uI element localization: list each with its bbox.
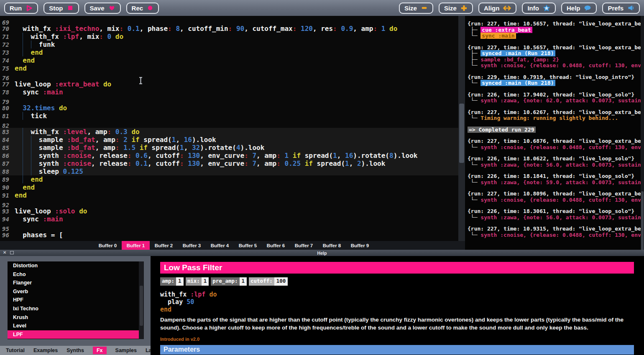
code-line[interactable]: 75end xyxy=(0,64,458,72)
size-button[interactable]: Size xyxy=(399,3,433,14)
buffer-tab-9[interactable]: Buffer 9 xyxy=(346,241,374,250)
code-line[interactable]: 94 sync :main xyxy=(0,215,458,223)
fx-list-item-distortion[interactable]: Distortion xyxy=(8,261,144,270)
code-line[interactable]: 74 end xyxy=(0,56,458,64)
stop-icon xyxy=(67,5,74,11)
code-line[interactable]: 73 end xyxy=(0,48,458,56)
code-line[interactable]: 83 with_fx :level, amp: 0.3 do xyxy=(0,128,458,136)
line-number: 77 xyxy=(0,81,11,89)
log-entry-header: {run: 227, time: 10.6267, thread: "live_… xyxy=(468,109,644,116)
code-editor[interactable]: 6970 with_fx :ixi_techno, mix: 0.1, phas… xyxy=(0,16,458,241)
fx-list-item-gverb[interactable]: Gverb xyxy=(8,287,144,296)
help-tab-fx[interactable]: Fx xyxy=(93,347,107,354)
run-button[interactable]: Run xyxy=(4,3,38,14)
code-line[interactable]: 88 sleep 0.125 xyxy=(0,167,458,175)
indent-guide xyxy=(23,33,23,41)
code-line[interactable]: 87 synth :cnoise, release: 0.1, cutoff: … xyxy=(0,160,458,167)
code-line[interactable]: 84 sample :bd_fat, amp: 2 if spread(1, 1… xyxy=(0,136,458,144)
buffer-tab-5[interactable]: Buffer 5 xyxy=(234,241,262,250)
fx-description: Dampens the parts of the signal that are… xyxy=(160,316,634,332)
log-scrollbar[interactable] xyxy=(641,16,644,250)
code-line[interactable]: 93live_loop :solo do xyxy=(0,207,458,215)
code-line[interactable]: 77live_loop :extra_beat do xyxy=(0,80,458,88)
buffer-tab-2[interactable]: Buffer 2 xyxy=(150,241,178,250)
button-label: Stop xyxy=(49,5,63,12)
code-line-text xyxy=(11,199,15,207)
code-line[interactable]: 95 xyxy=(0,223,458,231)
code-line-text xyxy=(11,120,15,128)
code-line[interactable]: 90 end xyxy=(0,183,458,191)
log-entry-header: {run: 226, time: 18.3061, thread: "live_… xyxy=(468,208,644,215)
buffer-tab-1[interactable]: Buffer 1 xyxy=(122,241,150,250)
code-line[interactable]: 69 xyxy=(0,17,458,25)
editor-scrollbar-thumb[interactable] xyxy=(459,104,464,163)
code-line-text xyxy=(11,223,15,231)
code-line[interactable]: 86 synth :cnoise, release: 0.6, cutoff: … xyxy=(0,152,458,160)
help-dock-titlebar[interactable]: ✕ Help xyxy=(0,250,644,256)
tree-connector: └─ xyxy=(468,162,480,168)
code-line[interactable]: 80 32.times do xyxy=(0,104,458,112)
fx-list-item-lpf[interactable]: LPF xyxy=(8,330,144,339)
log-message: synced :main (Run 218) xyxy=(480,50,555,56)
code-line[interactable]: 91end xyxy=(0,191,458,199)
prefs-button[interactable]: Prefs xyxy=(602,3,640,14)
size-button[interactable]: Size xyxy=(439,3,473,14)
fx-list-item-krush[interactable]: Krush xyxy=(8,313,144,322)
code-line[interactable]: 78 sync :main xyxy=(0,88,458,96)
line-number: 74 xyxy=(0,57,11,65)
code-line[interactable]: 82 xyxy=(0,120,458,128)
editor-scrollbar[interactable] xyxy=(458,16,465,241)
code-line[interactable]: 96 phases = [ xyxy=(0,231,458,239)
fx-list-item-ixi-techno[interactable]: Ixi Techno xyxy=(8,304,144,313)
fx-list-item-hpf[interactable]: HPF xyxy=(8,296,144,304)
help-dock-title: Help xyxy=(0,251,644,256)
param-chip-mix: mix:1 xyxy=(186,277,209,286)
fx-list-scrollbar[interactable] xyxy=(139,261,144,339)
log-entry-header: {run: 227, time: 10.5657, thread: "live_… xyxy=(468,45,644,51)
log-entry-header: {run: 226, time: 17.9402, thread: "live_… xyxy=(468,92,644,98)
buffer-tab-4[interactable]: Buffer 4 xyxy=(206,241,234,250)
line-number: 90 xyxy=(0,184,11,192)
log-entry-header: {run: 227, time: 10.5657, thread: "live_… xyxy=(468,21,644,27)
buffer-tab-8[interactable]: Buffer 8 xyxy=(318,241,346,250)
help-tab-samples[interactable]: Samples xyxy=(115,347,137,353)
code-line[interactable]: 70 with_fx :ixi_techno, mix: 0.1, phase:… xyxy=(0,25,458,33)
code-line[interactable]: 79 xyxy=(0,96,458,104)
code-line[interactable]: 89 end xyxy=(0,175,458,183)
line-number: 88 xyxy=(0,168,11,176)
log-message: synth :cnoise, {release: 0.0488, cutoff:… xyxy=(480,62,644,68)
line-number: 87 xyxy=(0,160,11,168)
code-line-text: sample :bd_fat, amp: 2 if spread(1, 16).… xyxy=(11,136,216,144)
align-button[interactable]: Align xyxy=(478,3,517,14)
code-line[interactable]: 81 tick xyxy=(0,112,458,120)
fx-list-scrollbar-thumb[interactable] xyxy=(140,286,143,326)
log-message: sync :main xyxy=(480,33,516,39)
code-line-text xyxy=(11,72,15,80)
buffer-tab-3[interactable]: Buffer 3 xyxy=(178,241,206,250)
save-button[interactable]: Save xyxy=(84,3,121,14)
code-line[interactable]: 92 xyxy=(0,199,458,207)
line-number: 84 xyxy=(0,136,11,144)
fx-list-item-flanger[interactable]: Flanger xyxy=(8,279,144,287)
help-tab-synths[interactable]: Synths xyxy=(66,347,84,353)
rec-button[interactable]: Rec xyxy=(126,3,159,14)
buffer-tab-7[interactable]: Buffer 7 xyxy=(290,241,318,250)
code-line[interactable]: 76 xyxy=(0,72,458,80)
help-button[interactable]: Help xyxy=(561,3,597,14)
info-button[interactable]: Info xyxy=(522,3,556,14)
fx-list-item-level[interactable]: Level xyxy=(8,322,144,330)
help-tab-tutorial[interactable]: Tutorial xyxy=(6,347,25,353)
code-line-text: end xyxy=(11,183,35,191)
code-line[interactable]: 85 sample :bd_fat, amp: 1.5 if spread(1,… xyxy=(0,144,458,152)
stop-button[interactable]: Stop xyxy=(43,3,79,14)
fx-list[interactable]: DistortionEchoFlangerGverbHPFIxi TechnoK… xyxy=(8,261,144,339)
buffer-tab-6[interactable]: Buffer 6 xyxy=(262,241,290,250)
code-line[interactable]: 72 funk xyxy=(0,41,458,48)
buffer-tab-0[interactable]: Buffer 0 xyxy=(94,241,122,250)
help-tab-examples[interactable]: Examples xyxy=(33,347,58,353)
line-number: 70 xyxy=(0,25,11,33)
tree-connector: ├─ xyxy=(468,50,480,56)
log-entry-header: {run: 226, time: 18.1841, thread: "live_… xyxy=(468,173,644,180)
code-line[interactable]: 71 with_fx :lpf, mix: 0 do xyxy=(0,33,458,41)
fx-list-item-echo[interactable]: Echo xyxy=(8,270,144,279)
